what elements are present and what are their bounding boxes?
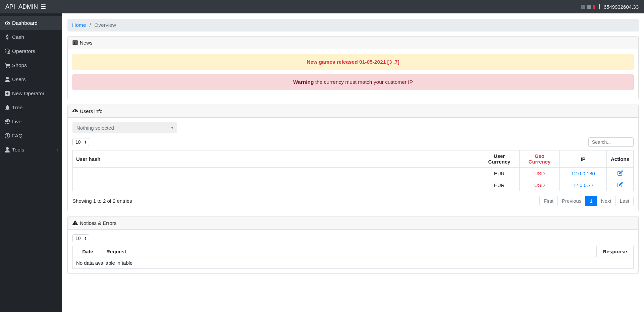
notices-table: Date Request Response No data available … — [72, 246, 634, 269]
hamburger-icon[interactable]: ☰ — [41, 4, 46, 10]
td-geo-currency: USD — [520, 168, 560, 179]
notices-header-label: Notices & Errors — [80, 220, 116, 226]
users-info-header-label: Users info — [80, 108, 103, 114]
users-table-footer: Showing 1 to 2 of 2 entries First Previo… — [72, 196, 634, 206]
th-response[interactable]: Response — [597, 246, 634, 257]
page-next-button[interactable]: Next — [597, 196, 616, 206]
sidebar-item-faq[interactable]: FAQ — [0, 129, 62, 143]
edit-icon[interactable] — [618, 182, 623, 188]
td-geo-currency: USD — [520, 179, 560, 191]
sidebar-item-label: Users — [12, 76, 25, 82]
sidebar-item-users[interactable]: Users — [0, 72, 62, 86]
sidebar-item-dashboard[interactable]: Dashboard — [0, 16, 62, 30]
operator-select[interactable]: Nothing selected ▾ — [72, 122, 177, 133]
news-card: News New games released 01-05-2021 [3 .7… — [67, 36, 639, 99]
th-actions[interactable]: Actions — [607, 150, 634, 168]
users-length-value: 10 — [75, 139, 81, 145]
page-1-button[interactable]: 1 — [585, 196, 597, 206]
sidebar-item-operators[interactable]: Operators — [0, 44, 62, 58]
edit-icon[interactable] — [618, 170, 623, 176]
page-previous-button[interactable]: Previous — [557, 196, 586, 206]
sort-icon: ▲▼ — [84, 237, 87, 240]
sort-icon: ▲▼ — [84, 140, 87, 144]
users-info-body: Nothing selected ▾ 10 ▲▼ User — [68, 118, 638, 211]
table-row: EUR USD 12.0.0.180 — [73, 168, 634, 179]
notices-header: Notices & Errors — [68, 217, 638, 230]
th-user-hash[interactable]: User hash — [73, 150, 479, 168]
showing-text: Showing 1 to 2 of 2 entries — [72, 198, 132, 204]
sidebar-item-tools[interactable]: Tools › — [0, 143, 62, 157]
sidebar-item-label: Dashboard — [12, 20, 38, 26]
news-card-header: News — [68, 37, 638, 49]
th-date[interactable]: Date — [73, 246, 103, 257]
gauge-icon — [72, 108, 78, 114]
td-user-currency: EUR — [479, 179, 520, 191]
td-actions — [607, 179, 634, 191]
td-actions — [607, 168, 634, 179]
dollar-icon — [5, 35, 10, 40]
topbar-right: | 6549932604.33 — [581, 4, 639, 10]
gauge-icon — [5, 20, 10, 26]
sidebar-item-label: Live — [12, 119, 21, 125]
sidebar-item-cash[interactable]: Cash — [0, 30, 62, 44]
breadcrumb: Home / Overview — [67, 19, 639, 32]
td-user-currency: EUR — [479, 168, 520, 179]
users-search-input[interactable] — [588, 137, 634, 147]
balance-separator: | — [599, 4, 600, 10]
users-table-controls: 10 ▲▼ — [72, 137, 634, 147]
td-user-hash — [73, 168, 479, 179]
notices-empty-row: No data available in table — [73, 257, 634, 269]
cart-icon — [5, 63, 10, 68]
user-icon — [5, 77, 10, 82]
sidebar: Dashboard Cash Operators Shops Users — [0, 13, 62, 312]
notices-length-select[interactable]: 10 ▲▼ — [72, 234, 89, 242]
sidebar-item-live[interactable]: Live — [0, 115, 62, 129]
news-icon — [72, 40, 78, 46]
status-square-3-icon[interactable] — [593, 5, 597, 9]
status-square-2-icon[interactable] — [587, 5, 591, 9]
warning-bold: Warning — [293, 79, 314, 85]
news-header-label: News — [80, 40, 93, 46]
user-icon — [5, 147, 10, 152]
brand[interactable]: API_ADMIN ☰ — [5, 4, 46, 10]
release-alert-text: New games released 01-05-2021 [3 .7] — [307, 59, 399, 65]
sidebar-item-shops[interactable]: Shops — [0, 58, 62, 72]
notices-empty-text: No data available in table — [73, 257, 634, 269]
sidebar-item-tree[interactable]: Tree — [0, 101, 62, 115]
sidebar-item-new-operator[interactable]: New Operator — [0, 86, 62, 101]
users-table-header-row: User hash User Currency Geo Currency IP … — [73, 150, 634, 168]
notices-card: Notices & Errors 10 ▲▼ Date — [67, 216, 639, 274]
sidebar-item-label: Operators — [12, 48, 35, 54]
warning-alert: Warning the currency must match your cus… — [72, 74, 634, 90]
main-content: Home / Overview News New games released … — [62, 13, 644, 312]
page-last-button[interactable]: Last — [615, 196, 634, 206]
users-info-card: Users info Nothing selected ▾ 10 ▲▼ — [67, 105, 639, 211]
th-geo-currency[interactable]: Geo Currency — [520, 150, 560, 168]
warning-rest: the currency must match your customer IP — [314, 79, 413, 85]
td-ip[interactable]: 12.0.0.77 — [560, 179, 607, 191]
status-square-1-icon[interactable] — [581, 5, 585, 9]
chevron-right-icon: › — [57, 147, 58, 152]
news-card-body: New games released 01-05-2021 [3 .7] War… — [68, 49, 638, 99]
sidebar-item-label: Tools — [12, 147, 24, 153]
td-user-hash — [73, 179, 479, 191]
th-request[interactable]: Request — [103, 246, 597, 257]
warning-triangle-icon — [72, 220, 78, 226]
operator-select-label: Nothing selected — [76, 125, 114, 131]
page-first-button[interactable]: First — [539, 196, 558, 206]
globe-icon — [5, 119, 10, 124]
th-ip[interactable]: IP — [560, 150, 607, 168]
sidebar-item-label: New Operator — [12, 90, 44, 97]
breadcrumb-separator: / — [90, 22, 91, 28]
td-ip[interactable]: 12.0.0.180 — [560, 168, 607, 179]
plus-square-icon — [5, 91, 10, 96]
topbar: API_ADMIN ☰ | 6549932604.33 — [0, 0, 644, 13]
breadcrumb-home[interactable]: Home — [72, 22, 86, 28]
th-user-currency[interactable]: User Currency — [479, 150, 520, 168]
users-length-select[interactable]: 10 ▲▼ — [72, 138, 89, 146]
notices-table-header-row: Date Request Response — [73, 246, 634, 257]
sidebar-item-label: Shops — [12, 62, 27, 68]
notices-length-value: 10 — [75, 236, 81, 241]
table-row: EUR USD 12.0.0.77 — [73, 179, 634, 191]
release-alert: New games released 01-05-2021 [3 .7] — [72, 54, 634, 70]
